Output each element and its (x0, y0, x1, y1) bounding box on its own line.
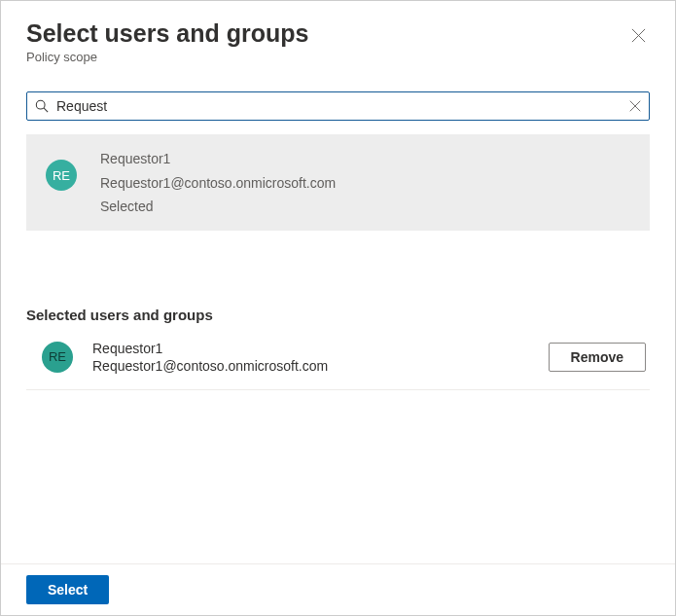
search-icon (35, 99, 49, 113)
selected-user-name: Requestor1 (92, 341, 549, 356)
select-button[interactable]: Select (26, 575, 109, 604)
panel-header: Select users and groups Policy scope (26, 18, 650, 64)
selected-section-title: Selected users and groups (26, 307, 650, 323)
search-box[interactable] (26, 91, 650, 121)
panel-subtitle: Policy scope (26, 50, 308, 64)
clear-search-button[interactable] (629, 100, 641, 112)
remove-button[interactable]: Remove (549, 343, 646, 372)
close-button[interactable] (627, 24, 650, 47)
result-text-block: Requestor1 Requestor1@contoso.onmicrosof… (100, 150, 336, 217)
svg-point-0 (36, 100, 45, 109)
panel-title: Select users and groups (26, 18, 308, 48)
selected-user-row: RE Requestor1 Requestor1@contoso.onmicro… (26, 323, 650, 390)
svg-line-1 (44, 108, 48, 112)
selected-user-email: Requestor1@contoso.onmicrosoft.com (92, 358, 549, 374)
select-users-panel: Select users and groups Policy scope RE … (1, 1, 675, 615)
selected-text-block: Requestor1 Requestor1@contoso.onmicrosof… (92, 341, 549, 374)
close-icon (629, 98, 641, 115)
panel-footer: Select (1, 563, 675, 615)
header-text-block: Select users and groups Policy scope (26, 18, 308, 64)
search-input[interactable] (54, 97, 629, 115)
search-result-item[interactable]: RE Requestor1 Requestor1@contoso.onmicro… (26, 134, 650, 231)
result-status: Selected (100, 198, 336, 217)
avatar: RE (42, 342, 73, 373)
avatar: RE (46, 160, 77, 191)
result-email: Requestor1@contoso.onmicrosoft.com (100, 174, 336, 194)
result-name: Requestor1 (100, 150, 336, 169)
close-icon (631, 29, 646, 46)
